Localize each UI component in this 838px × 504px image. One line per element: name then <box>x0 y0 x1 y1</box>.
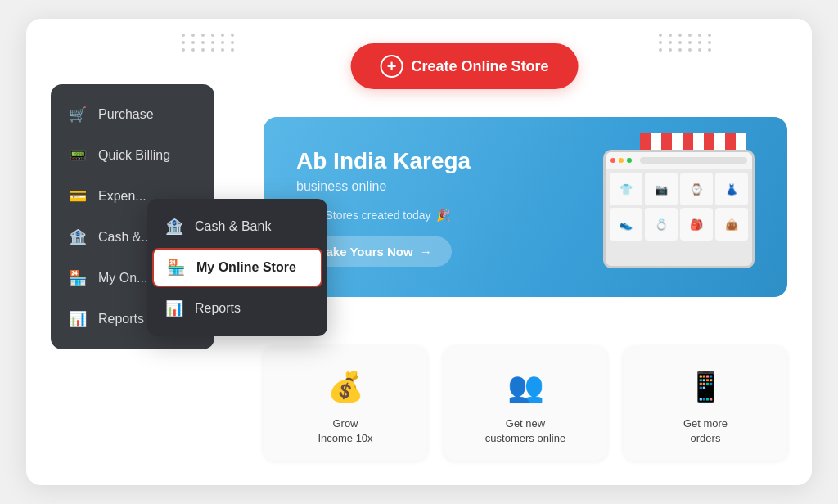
feature-card-grow: 💰 GrowIncome 10x <box>264 346 427 461</box>
sidebar-label-reports: Reports <box>98 312 144 326</box>
dot <box>678 34 682 37</box>
store-device: 👕📷⌚👗👟💍🎒👜 <box>603 150 755 268</box>
dot <box>678 41 682 44</box>
dot <box>231 34 234 37</box>
dropdown-menu: 🏦 Cash & Bank 🏪 My Online Store 📊 Report… <box>147 199 327 336</box>
stores-emoji: 🎉 <box>436 209 450 222</box>
my-online-icon: 🏪 <box>69 269 87 287</box>
dot-green <box>627 158 632 163</box>
dropdown-item-my-online-store[interactable]: 🏪 My Online Store <box>152 248 322 287</box>
store-cell: 🎒 <box>680 208 713 241</box>
dot <box>201 41 205 44</box>
dd-label-my-online-store: My Online Store <box>196 260 296 275</box>
banner-cta-label: Make Yours Now <box>316 245 413 259</box>
banner-stores-count: 994+ Stores created today 🎉 <box>296 209 591 222</box>
dd-my-online-store-icon: 🏪 <box>167 259 185 277</box>
banner-title: Ab India Karega <box>296 147 591 175</box>
dot <box>201 48 205 52</box>
store-illustration: 👕📷⌚👗👟💍🎒👜 <box>591 137 755 277</box>
feature-card-customers: 👥 Get newcustomers online <box>444 346 607 461</box>
banner-text: Ab India Karega business online 994+ Sto… <box>296 147 591 268</box>
device-top-bar <box>606 152 752 169</box>
sidebar-label-cash-bank: Cash &... <box>98 230 152 245</box>
main-card: + Create Online Store 🛒 Purchase 📟 Quick… <box>26 19 812 485</box>
dot <box>708 48 711 52</box>
store-cell: 👗 <box>715 173 748 205</box>
sidebar-label-purchase: Purchase <box>98 107 154 122</box>
dd-label-reports: Reports <box>195 301 241 316</box>
orders-icon: 📱 <box>683 364 728 410</box>
dot <box>191 48 195 52</box>
plus-icon: + <box>381 55 403 78</box>
dot <box>659 48 662 52</box>
banner-arrow-icon: → <box>420 245 432 259</box>
dot <box>221 34 224 37</box>
dot <box>698 48 701 52</box>
store-cell: 👜 <box>715 208 748 241</box>
dot <box>182 48 185 52</box>
dropdown-item-reports[interactable]: 📊 Reports <box>147 289 327 328</box>
store-grid: 👕📷⌚👗👟💍🎒👜 <box>606 169 752 245</box>
banner: Ab India Karega business online 994+ Sto… <box>264 117 787 297</box>
store-cell: ⌚ <box>680 173 713 205</box>
dot <box>211 34 214 37</box>
dot <box>659 41 662 44</box>
dot <box>231 48 234 52</box>
expense-icon: 💳 <box>69 187 87 205</box>
purchase-icon: 🛒 <box>69 106 87 124</box>
dot <box>708 34 711 37</box>
dot <box>669 41 672 44</box>
dot <box>221 41 224 44</box>
dot <box>688 34 692 37</box>
sidebar-item-purchase[interactable]: 🛒 Purchase <box>51 94 214 135</box>
dot <box>201 34 205 37</box>
grow-label: GrowIncome 10x <box>318 416 372 446</box>
dots-decoration-right <box>659 34 714 52</box>
dots-decoration-left <box>182 34 237 52</box>
store-cell: 👕 <box>610 173 642 205</box>
dot <box>191 34 195 37</box>
store-cell: 💍 <box>645 208 678 241</box>
dot <box>191 41 195 44</box>
store-cell: 📷 <box>645 173 678 205</box>
dot <box>698 41 701 44</box>
sidebar-item-quick-billing[interactable]: 📟 Quick Billing <box>51 135 214 176</box>
banner-subtitle: business online <box>296 179 591 194</box>
dot-red <box>610 158 615 163</box>
dot <box>182 34 185 37</box>
reports-icon: 📊 <box>69 310 87 328</box>
dot <box>231 41 234 44</box>
sidebar-label-quick-billing: Quick Billing <box>98 148 170 163</box>
url-bar <box>640 157 747 164</box>
customers-icon: 👥 <box>502 364 548 410</box>
feature-card-orders: 📱 Get moreorders <box>624 346 787 461</box>
dot <box>669 34 672 37</box>
dot <box>221 48 224 52</box>
dot-yellow <box>619 158 624 163</box>
dot <box>211 48 214 52</box>
dot <box>211 41 214 44</box>
orders-label: Get moreorders <box>683 416 728 446</box>
dropdown-item-cash-bank[interactable]: 🏦 Cash & Bank <box>147 207 327 246</box>
dot <box>678 48 682 52</box>
feature-cards: 💰 GrowIncome 10x 👥 Get newcustomers onli… <box>264 346 787 461</box>
create-btn-label: Create Online Store <box>412 58 549 75</box>
dd-reports-icon: 📊 <box>165 299 183 317</box>
sidebar-label-expense: Expen... <box>98 189 146 204</box>
dot <box>669 48 672 52</box>
dot <box>708 41 711 44</box>
dd-label-cash-bank: Cash & Bank <box>195 219 271 234</box>
grow-icon: 💰 <box>322 364 368 410</box>
dot <box>659 34 662 37</box>
dot <box>698 34 701 37</box>
customers-label: Get newcustomers online <box>485 416 565 446</box>
dd-cash-bank-icon: 🏦 <box>165 218 183 236</box>
dot <box>182 41 185 44</box>
cash-bank-icon: 🏦 <box>69 228 87 246</box>
create-online-store-button[interactable]: + Create Online Store <box>351 43 579 89</box>
sidebar-label-my-online: My On... <box>98 271 147 286</box>
dot <box>688 41 692 44</box>
store-cell: 👟 <box>610 208 642 241</box>
dot <box>688 48 692 52</box>
quick-billing-icon: 📟 <box>69 146 87 164</box>
